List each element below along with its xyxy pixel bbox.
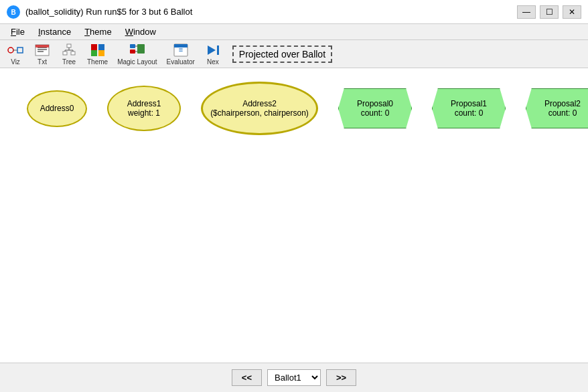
proposal0-node[interactable]: Proposal0 count: 0: [338, 88, 412, 128]
menu-theme[interactable]: Theme: [79, 25, 117, 38]
maximize-button[interactable]: ☐: [540, 5, 559, 19]
projected-label: Projected over Ballot: [232, 45, 332, 63]
menu-instance[interactable]: Instance: [33, 25, 76, 38]
window-controls: — ☐ ✕: [517, 5, 581, 19]
svg-rect-18: [98, 44, 104, 50]
toolbar-txt-button[interactable]: Txt: [31, 41, 54, 67]
svg-rect-20: [98, 50, 104, 56]
toolbar-magic-layout-label: Magic Layout: [117, 58, 157, 66]
viz-icon: [7, 43, 23, 58]
svg-text:B: B: [11, 9, 15, 16]
prev-button[interactable]: <<: [232, 369, 262, 386]
next-icon: [205, 43, 221, 58]
main-canvas: Address0 Address1 weight: 1 Address2 ($c…: [0, 68, 588, 363]
toolbar-evaluator-button[interactable]: ≡ Evaluator: [164, 41, 198, 67]
title-bar-left: B (ballot_solidity) Run run$5 for 3 but …: [7, 5, 192, 19]
toolbar-txt-label: Txt: [38, 58, 47, 66]
toolbar-viz-label: Viz: [11, 58, 20, 66]
toolbar-theme-button[interactable]: Theme: [84, 41, 111, 67]
svg-rect-4: [17, 47, 23, 53]
node-container: Address0 Address1 weight: 1 Address2 ($c…: [27, 82, 588, 135]
toolbar-theme-label: Theme: [87, 58, 108, 66]
proposal2-label: Proposal2 count: 0: [544, 99, 581, 118]
magic-layout-icon: [129, 43, 145, 58]
svg-rect-9: [35, 45, 49, 47]
tree-icon: [61, 43, 77, 58]
svg-marker-29: [208, 45, 216, 55]
app-icon: B: [7, 5, 20, 19]
svg-rect-23: [137, 44, 145, 54]
toolbar-tree-button[interactable]: Tree: [58, 41, 80, 67]
svg-rect-16: [71, 52, 75, 55]
toolbar-next-button[interactable]: Nex: [202, 41, 224, 67]
theme-icon: [90, 43, 106, 58]
menu-bar: File Instance Theme Window: [0, 24, 588, 40]
menu-file[interactable]: File: [5, 25, 30, 38]
svg-rect-22: [130, 50, 135, 54]
proposal2-node[interactable]: Proposal2 count: 0: [526, 88, 588, 128]
address2-node[interactable]: Address2 ($chairperson, chairperson): [201, 82, 318, 135]
title-bar: B (ballot_solidity) Run run$5 for 3 but …: [0, 0, 588, 24]
svg-rect-21: [130, 44, 135, 48]
txt-icon: [34, 43, 50, 58]
toolbar-magic-layout-button[interactable]: Magic Layout: [115, 41, 159, 67]
address2-label: Address2 ($chairperson, chairperson): [208, 96, 311, 120]
svg-rect-19: [91, 50, 97, 56]
svg-rect-15: [63, 52, 67, 55]
toolbar-viz-button[interactable]: Viz: [4, 41, 27, 67]
address0-label: Address0: [40, 104, 74, 113]
next-button[interactable]: >>: [326, 369, 356, 386]
toolbar-evaluator-label: Evaluator: [167, 58, 195, 66]
svg-rect-30: [217, 45, 219, 55]
address0-node[interactable]: Address0: [27, 90, 87, 127]
close-button[interactable]: ✕: [563, 5, 581, 19]
minimize-button[interactable]: —: [517, 5, 536, 19]
toolbar: Viz Txt Tree: [0, 40, 588, 68]
toolbar-next-label: Nex: [207, 58, 219, 66]
ballot-select[interactable]: Ballot0 Ballot1 Ballot2 Ballot3 Ballot4 …: [267, 369, 321, 386]
window-title: (ballot_solidity) Run run$5 for 3 but 6 …: [25, 7, 192, 17]
address1-node[interactable]: Address1 weight: 1: [107, 86, 181, 131]
proposal1-label: Proposal1 count: 0: [451, 99, 487, 118]
svg-point-2: [8, 47, 13, 53]
menu-window[interactable]: Window: [120, 25, 161, 38]
evaluator-icon: ≡: [173, 43, 189, 58]
proposal0-label: Proposal0 count: 0: [357, 99, 393, 118]
svg-rect-10: [67, 44, 71, 47]
address1-label: Address1 weight: 1: [127, 99, 161, 118]
toolbar-tree-label: Tree: [62, 58, 76, 66]
svg-rect-28: [174, 44, 188, 47]
proposal1-node[interactable]: Proposal1 count: 0: [432, 88, 506, 128]
svg-rect-17: [91, 44, 97, 50]
bottom-bar: << Ballot0 Ballot1 Ballot2 Ballot3 Ballo…: [0, 363, 588, 392]
